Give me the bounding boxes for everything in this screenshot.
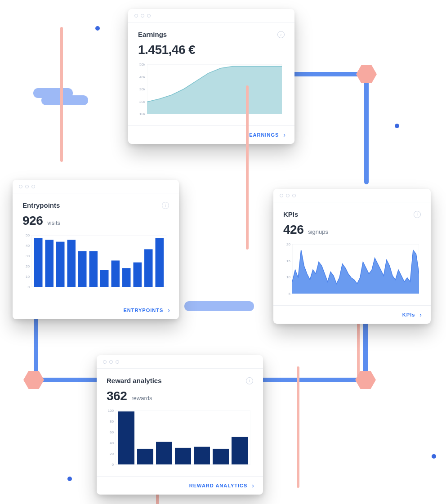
svg-rect-7: [89, 251, 98, 287]
kpis-link[interactable]: KPIs: [402, 312, 415, 317]
y-tick-label: 50: [26, 233, 31, 237]
earnings-chart: 50k40k30k20k10k: [138, 64, 285, 120]
svg-rect-13: [156, 238, 164, 287]
connector: [364, 72, 369, 184]
svg-rect-8: [100, 270, 109, 287]
chevron-right-icon[interactable]: ›: [252, 482, 254, 489]
y-tick-label: 80: [110, 419, 116, 424]
window-dot-icon: [147, 14, 151, 18]
card-kpis: KPIs i 426 signups 2015105 KPIs ›: [273, 189, 431, 324]
svg-rect-5: [67, 240, 76, 287]
accent-pill: [184, 301, 254, 311]
connector: [292, 72, 364, 76]
svg-rect-6: [78, 251, 87, 287]
svg-rect-19: [175, 448, 191, 464]
metric-value: 926: [22, 214, 43, 228]
svg-rect-17: [137, 449, 153, 464]
window-dot-icon: [280, 194, 283, 197]
card-entrypoints: Entrypoints i 926 visits 50403020100 ENT…: [13, 180, 179, 319]
connector: [34, 315, 38, 380]
window-titlebar: [128, 9, 294, 22]
window-dot-icon: [141, 14, 144, 18]
svg-rect-3: [45, 240, 54, 287]
svg-rect-21: [213, 449, 229, 464]
y-tick-label: 30k: [139, 87, 147, 91]
y-tick-label: 100: [108, 409, 116, 413]
kpis-chart: 2015105: [283, 244, 421, 300]
info-icon[interactable]: i: [277, 31, 285, 38]
card-earnings: Earnings i 1.451,46 € 50k40k30k20k10k EA…: [128, 9, 294, 144]
rewards-chart: 100806040200: [107, 410, 253, 471]
y-tick-label: 15: [286, 259, 292, 263]
metric-unit: rewards: [131, 395, 152, 401]
accent-dot: [95, 26, 100, 31]
accent-dot: [67, 477, 72, 481]
entrypoints-chart: 50403020100: [22, 235, 169, 295]
connector: [363, 319, 368, 380]
accent-dot: [395, 124, 399, 128]
y-tick-label: 20: [286, 242, 292, 246]
window-dot-icon: [109, 360, 113, 364]
y-tick-label: 10k: [139, 112, 147, 116]
window-dot-icon: [286, 194, 290, 197]
window-dot-icon: [103, 360, 107, 364]
metric-value: 426: [283, 223, 303, 237]
window-titlebar: [273, 189, 431, 202]
accent-dot: [432, 454, 436, 459]
entrypoints-link[interactable]: ENTRYPOINTS: [124, 308, 164, 313]
svg-rect-22: [232, 437, 248, 464]
info-icon[interactable]: i: [246, 377, 253, 384]
card-rewards: Reward analytics i 362 rewards 100806040…: [97, 355, 263, 495]
window-dot-icon: [116, 360, 119, 364]
y-tick-label: 0: [28, 285, 31, 289]
svg-rect-10: [122, 268, 131, 287]
card-title: Entrypoints: [22, 201, 60, 209]
card-title: Earnings: [138, 31, 167, 38]
y-tick-label: 5: [289, 292, 292, 296]
card-title: Reward analytics: [107, 377, 162, 384]
svg-rect-18: [156, 442, 172, 464]
svg-rect-11: [134, 263, 142, 287]
y-tick-label: 20: [110, 452, 116, 456]
info-icon[interactable]: i: [414, 211, 421, 218]
y-tick-label: 20k: [139, 99, 147, 103]
svg-rect-2: [34, 238, 43, 287]
window-dot-icon: [292, 194, 296, 197]
svg-rect-4: [56, 242, 65, 287]
y-tick-label: 60: [110, 430, 116, 434]
window-dot-icon: [19, 185, 22, 188]
svg-rect-16: [118, 411, 134, 464]
card-title: KPIs: [283, 210, 298, 218]
node-hexagon: [23, 371, 44, 389]
earnings-link[interactable]: EARNINGS: [249, 132, 279, 138]
window-titlebar: [13, 180, 179, 193]
info-icon[interactable]: i: [162, 202, 169, 209]
metric-value: 362: [107, 389, 127, 403]
svg-rect-9: [112, 260, 120, 287]
y-tick-label: 10: [286, 275, 292, 279]
accent-stick: [297, 366, 299, 488]
y-tick-label: 40: [26, 244, 31, 248]
node-hexagon: [356, 65, 377, 83]
chevron-right-icon[interactable]: ›: [419, 311, 422, 318]
y-tick-label: 30: [26, 254, 31, 258]
accent-pill: [41, 95, 88, 105]
chevron-right-icon[interactable]: ›: [168, 307, 170, 314]
y-tick-label: 0: [112, 463, 116, 467]
window-dot-icon: [31, 185, 35, 188]
chevron-right-icon[interactable]: ›: [283, 131, 285, 138]
accent-stick: [60, 27, 63, 162]
rewards-link[interactable]: REWARD ANALYTICS: [189, 483, 247, 488]
accent-stick: [357, 323, 360, 377]
metric-unit: visits: [47, 219, 60, 226]
metric-unit: signups: [308, 228, 328, 235]
accent-stick: [246, 85, 249, 250]
window-dot-icon: [25, 185, 29, 188]
y-tick-label: 40k: [139, 75, 147, 79]
svg-rect-20: [194, 447, 210, 464]
window-dot-icon: [134, 14, 138, 18]
window-titlebar: [97, 355, 263, 369]
y-tick-label: 20: [26, 264, 31, 268]
y-tick-label: 10: [26, 275, 31, 279]
metric-value: 1.451,46 €: [138, 43, 195, 57]
